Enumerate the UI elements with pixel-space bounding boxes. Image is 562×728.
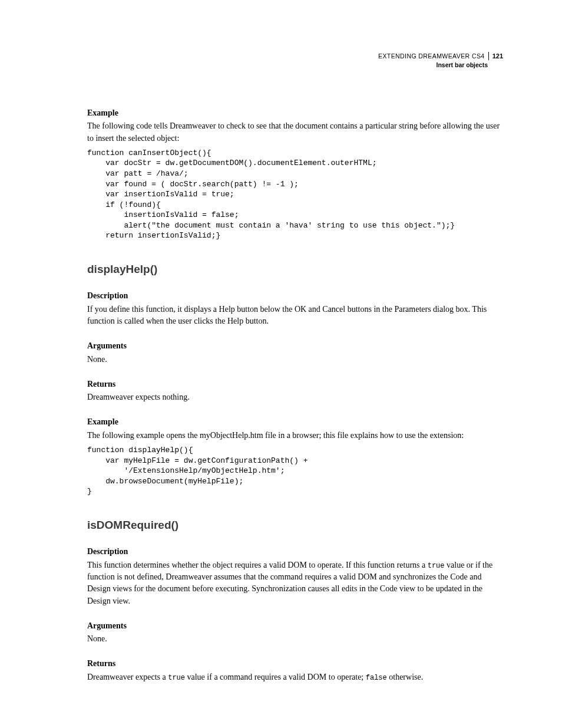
- isdomrequired-returns-mid: value if a command requires a valid DOM …: [185, 673, 366, 681]
- displayhelp-example-heading: Example: [87, 416, 503, 428]
- false-literal: false: [366, 674, 387, 682]
- true-literal: true: [428, 562, 445, 570]
- isdomrequired-desc-heading: Description: [87, 546, 503, 558]
- displayhelp-returns-heading: Returns: [87, 378, 503, 390]
- true-literal: true: [168, 674, 185, 682]
- isdomrequired-desc-body: This function determines whether the obj…: [87, 559, 503, 607]
- header-title: EXTENDING DREAMWEAVER CS4: [378, 52, 489, 60]
- displayhelp-args-body: None.: [87, 354, 503, 365]
- example1-heading: Example: [87, 107, 503, 119]
- page-content: Example The following code tells Dreamwe…: [87, 52, 503, 683]
- isdomrequired-returns-heading: Returns: [87, 658, 503, 670]
- isdomrequired-args-heading: Arguments: [87, 620, 503, 632]
- running-header: EXTENDING DREAMWEAVER CS4121 Insert bar …: [378, 52, 503, 69]
- displayhelp-desc-heading: Description: [87, 290, 503, 302]
- header-subtitle: Insert bar objects: [378, 61, 503, 69]
- isdomrequired-desc-pre: This function determines whether the obj…: [87, 561, 428, 569]
- example1-body: The following code tells Dreamweaver to …: [87, 120, 503, 144]
- displayhelp-returns-body: Dreamweaver expects nothing.: [87, 391, 503, 403]
- isdomrequired-title: isDOMRequired(): [87, 517, 503, 533]
- displayhelp-args-heading: Arguments: [87, 340, 503, 352]
- isdomrequired-args-body: None.: [87, 633, 503, 645]
- isdomrequired-returns-body: Dreamweaver expects a true value if a co…: [87, 671, 503, 683]
- displayhelp-title: displayHelp(): [87, 261, 503, 278]
- isdomrequired-returns-post: otherwise.: [387, 673, 423, 681]
- displayhelp-desc-body: If you define this function, it displays…: [87, 304, 503, 328]
- displayhelp-example-code: function displayHelp(){ var myHelpFile =…: [87, 445, 503, 497]
- example1-code: function canInsertObject(){ var docStr =…: [87, 148, 503, 241]
- page-number: 121: [489, 52, 503, 60]
- isdomrequired-returns-pre: Dreamweaver expects a: [87, 673, 168, 681]
- displayhelp-example-body: The following example opens the myObject…: [87, 430, 503, 442]
- page: EXTENDING DREAMWEAVER CS4121 Insert bar …: [0, 0, 562, 728]
